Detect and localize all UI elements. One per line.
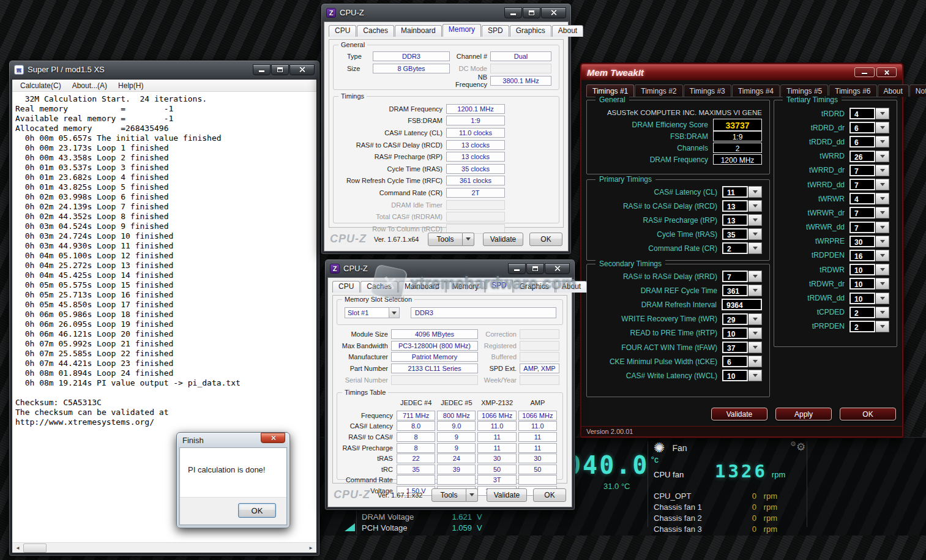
mt-timing-select[interactable]: 6 <box>722 356 762 367</box>
dropdown-arrow-button[interactable] <box>749 356 762 367</box>
memtweakit-tab[interactable]: About <box>878 84 909 97</box>
dropdown-arrow-button[interactable] <box>749 342 762 353</box>
dropdown-arrow-button[interactable] <box>876 151 889 162</box>
cpuz-titlebar[interactable]: CPU-Z <box>321 4 571 21</box>
scroll-right-arrow-icon[interactable]: ► <box>306 543 316 553</box>
maximize-button[interactable] <box>526 263 544 274</box>
memtweakit-tab[interactable]: Timings #3 <box>684 84 731 97</box>
dropdown-arrow-button[interactable] <box>876 293 889 304</box>
validate-button[interactable]: Validate <box>487 488 527 502</box>
cpuz-tab[interactable]: SPD <box>485 280 513 293</box>
mt-timing-select[interactable]: 30 <box>849 236 889 247</box>
dropdown-arrow-button[interactable] <box>876 165 889 176</box>
mt-timing-select[interactable]: 13 <box>722 214 762 226</box>
mt-timing-select[interactable]: 10 <box>849 293 889 304</box>
mt-timing-select[interactable]: 10 <box>849 264 889 275</box>
validate-button[interactable]: Validate <box>483 233 523 246</box>
dropdown-arrow-button[interactable] <box>876 321 889 332</box>
mt-timing-select[interactable]: 6 <box>849 136 889 147</box>
mt-timing-select[interactable]: 2 <box>849 321 889 332</box>
cpuz-tab[interactable]: Graphics <box>513 281 555 293</box>
menu-item[interactable]: Calculate(C) <box>15 80 67 91</box>
dropdown-arrow-button[interactable] <box>876 264 889 275</box>
tools-button[interactable]: Tools <box>431 488 466 502</box>
dropdown-arrow-button[interactable] <box>876 307 889 318</box>
combo-dropdown-button[interactable] <box>389 308 399 318</box>
dropdown-arrow-button[interactable] <box>749 271 762 282</box>
mt-timing-select[interactable]: 7 <box>849 222 889 233</box>
tools-dropdown-button[interactable] <box>466 488 478 502</box>
mt-timing-select[interactable]: 11 <box>722 186 762 198</box>
ok-button[interactable]: OK <box>840 408 896 420</box>
settings-gears-icon[interactable] <box>790 440 805 454</box>
tools-dropdown-button[interactable] <box>463 233 474 246</box>
mt-timing-select[interactable]: 26 <box>849 151 889 162</box>
close-button[interactable] <box>876 67 897 77</box>
dropdown-arrow-button[interactable] <box>876 222 889 233</box>
cpuz-tab[interactable]: Memory <box>442 24 481 37</box>
mt-timing-select[interactable]: 7 <box>849 165 889 176</box>
mt-timing-select[interactable]: 35 <box>722 228 762 240</box>
horizontal-scrollbar[interactable]: ◄ ► <box>12 542 316 553</box>
close-button[interactable] <box>541 7 566 18</box>
cpuz-tab[interactable]: Graphics <box>510 25 551 37</box>
scrollbar-thumb[interactable] <box>23 543 47 553</box>
mt-timing-select[interactable]: 4 <box>849 108 889 119</box>
mt-timing-select[interactable]: 7 <box>849 179 889 190</box>
mt-timing-select[interactable]: 7 <box>722 271 762 282</box>
validate-button[interactable]: Validate <box>711 408 767 420</box>
dropdown-arrow-button[interactable] <box>876 136 889 147</box>
cpuz-tab[interactable]: SPD <box>482 25 509 37</box>
menu-item[interactable]: About...(A) <box>67 80 113 91</box>
mt-timing-select[interactable]: 6 <box>849 122 889 133</box>
memtweakit-tab[interactable]: Timings #1 <box>586 84 634 97</box>
mt-timing-select[interactable]: 10 <box>722 327 762 339</box>
cpuz-tab[interactable]: Caches <box>357 25 394 37</box>
dropdown-arrow-button[interactable] <box>749 214 762 226</box>
tools-button[interactable]: Tools <box>428 233 463 246</box>
dropdown-arrow-button[interactable] <box>749 285 762 296</box>
minimize-button[interactable] <box>508 263 526 274</box>
cpuz-tab[interactable]: Memory <box>446 281 485 293</box>
memtweakit-titlebar[interactable]: Mem TweakIt <box>581 64 902 80</box>
minimize-button[interactable] <box>504 7 522 18</box>
cpuz-tab[interactable]: About <box>556 281 587 293</box>
slot-select[interactable]: Slot #1 <box>345 307 400 318</box>
dropdown-arrow-button[interactable] <box>876 250 889 261</box>
dropdown-arrow-button[interactable] <box>749 313 762 325</box>
cpuz-titlebar[interactable]: CPU-Z <box>325 259 575 277</box>
dropdown-arrow-button[interactable] <box>749 228 762 240</box>
mt-timing-select[interactable]: 10 <box>849 278 889 289</box>
apply-button[interactable]: Apply <box>775 408 832 420</box>
dropdown-arrow-button[interactable] <box>876 108 889 119</box>
memtweakit-tab[interactable]: Timings #4 <box>732 84 780 97</box>
close-button[interactable] <box>545 263 570 274</box>
scroll-left-arrow-icon[interactable]: ◄ <box>13 543 23 553</box>
dropdown-arrow-button[interactable] <box>749 186 762 198</box>
mt-timing-select[interactable]: 4 <box>849 193 889 204</box>
mt-timing-select[interactable]: 2 <box>849 307 889 318</box>
mt-timing-select[interactable]: 7 <box>849 207 889 218</box>
cpuz-tab[interactable]: Mainboard <box>398 281 446 293</box>
mt-timing-select[interactable]: 37 <box>722 342 762 353</box>
ok-button[interactable]: OK <box>529 233 562 246</box>
dropdown-arrow-button[interactable] <box>876 278 889 289</box>
cpuz-tab[interactable]: CPU <box>329 25 356 37</box>
ok-button[interactable]: OK <box>238 503 276 518</box>
dropdown-arrow-button[interactable] <box>876 207 889 218</box>
dropdown-arrow-button[interactable] <box>749 370 762 381</box>
close-button[interactable] <box>289 64 315 75</box>
mt-timing-select[interactable]: 10 <box>722 370 762 381</box>
mt-timing-select[interactable]: 9364 <box>722 299 762 310</box>
dropdown-arrow-button[interactable] <box>749 242 762 254</box>
memtweakit-tab[interactable]: Notice <box>909 84 926 97</box>
memtweakit-tab[interactable]: Timings #6 <box>829 84 876 97</box>
dropdown-arrow-button[interactable] <box>876 179 889 190</box>
minimize-button[interactable] <box>854 67 875 77</box>
mt-timing-select[interactable]: 29 <box>722 313 762 325</box>
memtweakit-tab[interactable]: Timings #2 <box>635 84 682 97</box>
ok-button[interactable]: OK <box>533 488 566 502</box>
memtweakit-tab[interactable]: Timings #5 <box>780 84 828 97</box>
mt-timing-select[interactable]: 2 <box>722 242 762 254</box>
close-button[interactable] <box>261 433 285 443</box>
